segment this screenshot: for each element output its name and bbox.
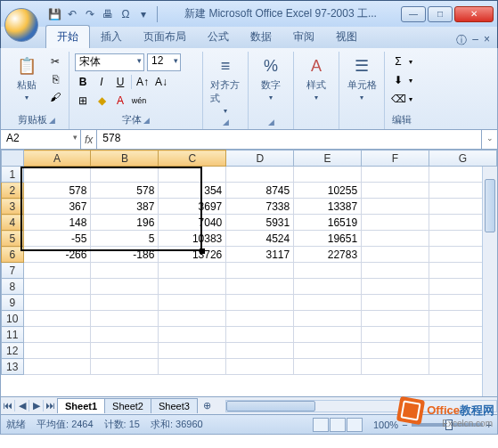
cell[interactable] [159,279,226,295]
row-header[interactable]: 5 [2,231,24,247]
cell[interactable] [362,359,429,375]
cell[interactable] [91,295,159,311]
new-sheet-icon[interactable]: ⊕ [198,400,216,411]
cell[interactable] [226,311,294,327]
dialog-launcher-icon[interactable]: ◢ [143,116,150,125]
cell[interactable]: 8745 [226,183,294,199]
font-color-icon[interactable]: A [112,93,128,109]
select-all-corner[interactable] [2,151,24,167]
print-icon[interactable]: 🖶 [101,7,115,21]
cell[interactable] [91,359,159,375]
cell[interactable] [362,167,429,183]
column-header[interactable]: G [429,151,496,167]
zoom-control[interactable]: 100% − + [373,419,492,430]
column-header[interactable]: D [226,151,294,167]
office-button[interactable] [4,8,38,42]
cell[interactable] [226,279,294,295]
next-sheet-icon[interactable]: ▶ [29,400,44,411]
format-painter-icon[interactable]: 🖌 [47,89,63,105]
last-sheet-icon[interactable]: ⏭ [44,400,58,411]
border-icon[interactable]: ⊞ [75,93,91,109]
cut-icon[interactable]: ✂ [47,53,63,69]
tab-home[interactable]: 开始 [45,25,90,48]
cell[interactable] [23,167,91,183]
column-header[interactable]: F [362,151,429,167]
sheet-tab[interactable]: Sheet1 [57,398,105,413]
cell[interactable] [91,343,159,359]
worksheet-grid[interactable]: ABCDEFG125785783548745102553367387369773… [0,150,498,397]
zoom-slider[interactable] [412,423,483,427]
fill-icon[interactable]: ⬇ [390,72,406,88]
fx-icon[interactable]: fx [85,134,93,146]
cell[interactable] [294,295,362,311]
cell[interactable] [294,311,362,327]
cell[interactable]: 10255 [294,183,362,199]
cell[interactable] [226,327,294,343]
cell[interactable]: 19651 [294,231,362,247]
cell[interactable] [159,359,226,375]
qat-dropdown-icon[interactable]: ▾ [136,7,151,21]
cell[interactable] [362,199,429,215]
cell[interactable] [294,327,362,343]
font-size-combo[interactable]: 12 [147,53,181,71]
cell[interactable] [91,311,159,327]
cell[interactable] [362,263,429,279]
cell[interactable]: 387 [91,199,159,215]
cell[interactable] [362,215,429,231]
cell[interactable] [159,343,226,359]
undo-icon[interactable]: ↶ [65,7,79,21]
copy-icon[interactable]: ⎘ [47,71,63,87]
cell[interactable] [362,183,429,199]
page-break-view-icon[interactable] [347,418,363,432]
cell[interactable] [362,343,429,359]
cell[interactable]: 3697 [159,199,226,215]
cell[interactable]: -186 [91,247,159,263]
close-doc-icon[interactable]: × [484,33,490,48]
tab-insert[interactable]: 插入 [90,26,133,48]
cell[interactable] [91,327,159,343]
dialog-launcher-icon[interactable]: ◢ [268,118,274,126]
fill-color-icon[interactable]: ◆ [94,93,110,109]
cell[interactable]: -55 [23,231,91,247]
cell[interactable]: 196 [91,215,159,231]
tab-formulas[interactable]: 公式 [197,26,240,48]
column-header[interactable]: E [294,151,362,167]
cell[interactable]: 13726 [159,247,226,263]
cell[interactable] [362,279,429,295]
bold-button[interactable]: B [75,74,91,90]
phonetic-icon[interactable]: wén [131,93,147,109]
prev-sheet-icon[interactable]: ◀ [15,400,29,411]
row-header[interactable]: 13 [2,359,24,375]
sheet-tab[interactable]: Sheet2 [104,398,151,413]
normal-view-icon[interactable] [313,418,329,432]
row-header[interactable]: 2 [2,183,24,199]
cell[interactable]: 4524 [226,231,294,247]
expand-formula-bar-icon[interactable]: ⌄ [481,130,497,149]
row-header[interactable]: 10 [2,311,24,327]
row-header[interactable]: 1 [2,167,24,183]
number-button[interactable]: % 数字 ▾ [254,53,288,103]
cell[interactable] [294,359,362,375]
cell[interactable]: 13387 [294,199,362,215]
cell[interactable] [159,295,226,311]
cell[interactable] [23,295,91,311]
cell[interactable]: 7040 [159,215,226,231]
cell[interactable] [362,327,429,343]
alignment-button[interactable]: ≡ 对齐方式 ▾ [208,53,242,117]
underline-button[interactable]: U [112,74,128,90]
formula-input[interactable]: 578 [97,130,481,149]
cell[interactable] [159,263,226,279]
column-header[interactable]: C [159,151,226,167]
cell[interactable] [159,167,226,183]
cell[interactable]: 16519 [294,215,362,231]
maximize-button[interactable]: □ [428,6,453,22]
clear-icon[interactable]: ⌫ [390,91,406,107]
column-header[interactable]: B [91,151,159,167]
cell[interactable]: -266 [23,247,91,263]
row-header[interactable]: 3 [2,199,24,215]
italic-button[interactable]: I [94,74,110,90]
cell[interactable] [226,263,294,279]
cell[interactable]: 5 [91,231,159,247]
cell[interactable]: 10383 [159,231,226,247]
cell[interactable] [91,279,159,295]
